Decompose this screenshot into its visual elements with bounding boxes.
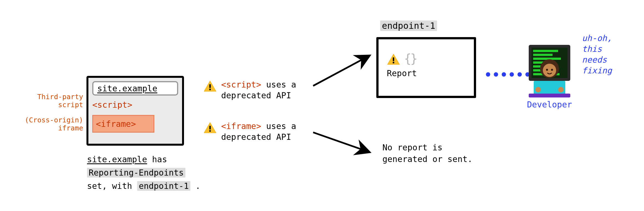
- svg-rect-4: [533, 50, 558, 52]
- svg-point-17: [535, 87, 541, 92]
- browser-caption: site.example has Reporting-Endpoints set…: [87, 153, 209, 193]
- endpoint-label: endpoint-1: [380, 20, 437, 31]
- braces-icon: {}: [404, 52, 416, 66]
- svg-point-16: [551, 69, 553, 71]
- developer-illustration: [523, 42, 576, 97]
- report-label: Report: [387, 68, 417, 78]
- svg-rect-6: [533, 58, 561, 60]
- arrow-to-no-report: [310, 127, 377, 161]
- warning-icon: [387, 53, 400, 65]
- svg-point-18: [558, 87, 564, 92]
- no-report-text: No report is generated or sent.: [382, 142, 482, 165]
- url-bar: site.example: [92, 81, 178, 96]
- script-tag: <script>: [92, 100, 132, 110]
- svg-point-15: [546, 69, 548, 71]
- url-text: site.example: [97, 84, 157, 93]
- third-party-script-label: Third-party script: [14, 93, 83, 109]
- svg-rect-5: [533, 54, 553, 56]
- warning-icon: [203, 122, 217, 133]
- developer-label: Developer: [523, 100, 576, 109]
- browser-window: site.example <script> <iframe>: [86, 76, 184, 146]
- arrow-to-endpoint: [310, 50, 377, 91]
- endpoint-box: {} Report: [376, 37, 476, 98]
- iframe-tag: <iframe>: [92, 115, 154, 133]
- svg-rect-12: [529, 94, 570, 97]
- iframe-deprecation-message: <iframe> uses a deprecated API: [203, 121, 318, 142]
- script-deprecation-message: <script> uses a deprecated API: [203, 79, 318, 101]
- cross-origin-iframe-label: (Cross-origin) iframe: [14, 116, 83, 132]
- svg-point-14: [543, 64, 556, 77]
- warning-icon: [203, 80, 217, 92]
- developer-thought: uh-oh, this needs fixing: [582, 33, 637, 76]
